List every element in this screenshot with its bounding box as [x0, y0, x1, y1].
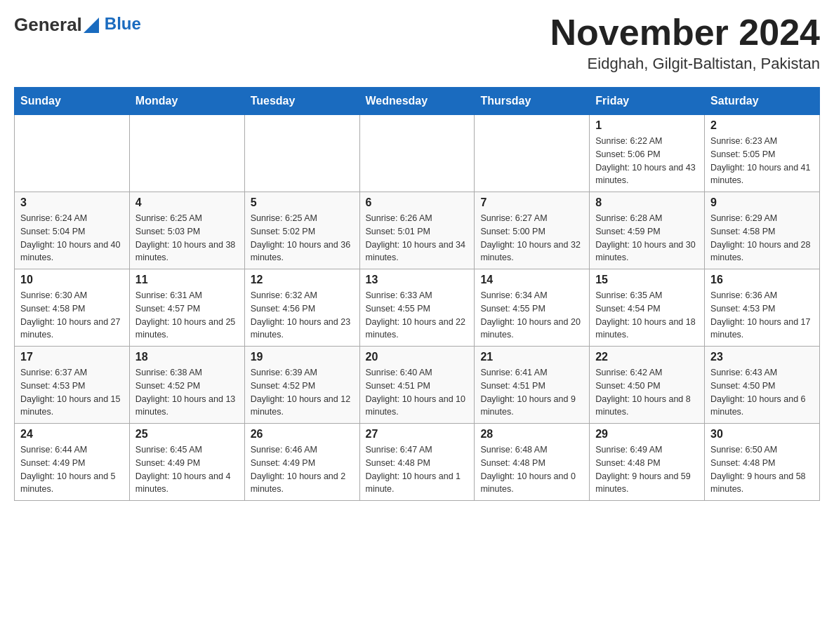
- day-info: Sunrise: 6:39 AM Sunset: 4:52 PM Dayligh…: [251, 366, 354, 419]
- location-subtitle: Eidghah, Gilgit-Baltistan, Pakistan: [550, 55, 820, 73]
- day-info: Sunrise: 6:47 AM Sunset: 4:48 PM Dayligh…: [366, 443, 469, 496]
- day-info: Sunrise: 6:40 AM Sunset: 4:51 PM Dayligh…: [366, 366, 469, 419]
- day-info: Sunrise: 6:23 AM Sunset: 5:05 PM Dayligh…: [710, 135, 814, 187]
- calendar-cell: 7Sunrise: 6:27 AM Sunset: 5:00 PM Daylig…: [475, 192, 590, 269]
- month-title: November 2024: [550, 14, 820, 51]
- calendar-cell: [475, 115, 590, 192]
- header-tuesday: Tuesday: [244, 88, 359, 115]
- day-number: 12: [251, 274, 354, 286]
- day-info: Sunrise: 6:41 AM Sunset: 4:51 PM Dayligh…: [480, 366, 583, 419]
- logo-triangle-icon: [84, 18, 99, 33]
- day-number: 19: [251, 351, 354, 363]
- day-number: 20: [366, 351, 469, 363]
- calendar-table: Sunday Monday Tuesday Wednesday Thursday…: [14, 87, 820, 501]
- day-number: 26: [251, 428, 354, 441]
- day-info: Sunrise: 6:22 AM Sunset: 5:06 PM Dayligh…: [595, 135, 699, 187]
- header-friday: Friday: [590, 88, 705, 115]
- day-info: Sunrise: 6:27 AM Sunset: 5:00 PM Dayligh…: [480, 212, 583, 264]
- calendar-cell: 28Sunrise: 6:48 AM Sunset: 4:48 PM Dayli…: [475, 424, 590, 501]
- header-thursday: Thursday: [475, 88, 590, 115]
- day-info: Sunrise: 6:26 AM Sunset: 5:01 PM Dayligh…: [366, 212, 469, 264]
- calendar-cell: 14Sunrise: 6:34 AM Sunset: 4:55 PM Dayli…: [475, 269, 590, 347]
- calendar-cell: 21Sunrise: 6:41 AM Sunset: 4:51 PM Dayli…: [475, 347, 590, 424]
- day-info: Sunrise: 6:31 AM Sunset: 4:57 PM Dayligh…: [135, 289, 239, 342]
- day-number: 6: [366, 196, 469, 209]
- day-number: 29: [595, 428, 699, 441]
- day-info: Sunrise: 6:28 AM Sunset: 4:59 PM Dayligh…: [595, 212, 699, 264]
- day-info: Sunrise: 6:50 AM Sunset: 4:48 PM Dayligh…: [710, 443, 814, 496]
- header-monday: Monday: [129, 88, 244, 115]
- day-number: 10: [20, 274, 124, 286]
- title-block: November 2024 Eidghah, Gilgit-Baltistan,…: [550, 14, 820, 73]
- day-info: Sunrise: 6:24 AM Sunset: 5:04 PM Dayligh…: [20, 212, 124, 264]
- day-info: Sunrise: 6:44 AM Sunset: 4:49 PM Dayligh…: [20, 443, 124, 496]
- calendar-cell: 23Sunrise: 6:43 AM Sunset: 4:50 PM Dayli…: [705, 347, 820, 424]
- day-number: 9: [710, 196, 814, 209]
- calendar-cell: 29Sunrise: 6:49 AM Sunset: 4:48 PM Dayli…: [590, 424, 705, 501]
- calendar-cell: 27Sunrise: 6:47 AM Sunset: 4:48 PM Dayli…: [359, 424, 475, 501]
- day-number: 23: [710, 351, 814, 363]
- page-header: General Blue November 2024 Eidghah, Gilg…: [14, 14, 820, 73]
- calendar-cell: 11Sunrise: 6:31 AM Sunset: 4:57 PM Dayli…: [129, 269, 244, 347]
- header-wednesday: Wednesday: [359, 88, 475, 115]
- day-number: 1: [595, 119, 699, 132]
- day-info: Sunrise: 6:29 AM Sunset: 4:58 PM Dayligh…: [710, 212, 814, 264]
- calendar-cell: 24Sunrise: 6:44 AM Sunset: 4:49 PM Dayli…: [15, 424, 130, 501]
- day-info: Sunrise: 6:49 AM Sunset: 4:48 PM Dayligh…: [595, 443, 699, 496]
- day-number: 3: [20, 196, 124, 209]
- day-number: 24: [20, 428, 124, 441]
- day-number: 16: [710, 274, 814, 286]
- day-number: 17: [20, 351, 124, 363]
- day-number: 11: [135, 274, 239, 286]
- calendar-cell: [15, 115, 130, 192]
- day-info: Sunrise: 6:25 AM Sunset: 5:02 PM Dayligh…: [251, 212, 354, 264]
- calendar-cell: 26Sunrise: 6:46 AM Sunset: 4:49 PM Dayli…: [244, 424, 359, 501]
- day-number: 4: [135, 196, 239, 209]
- day-info: Sunrise: 6:30 AM Sunset: 4:58 PM Dayligh…: [20, 289, 124, 342]
- day-number: 28: [480, 428, 583, 441]
- calendar-cell: 1Sunrise: 6:22 AM Sunset: 5:06 PM Daylig…: [590, 115, 705, 192]
- week-row-1: 1Sunrise: 6:22 AM Sunset: 5:06 PM Daylig…: [15, 115, 820, 192]
- calendar-cell: 16Sunrise: 6:36 AM Sunset: 4:53 PM Dayli…: [705, 269, 820, 347]
- calendar-cell: 15Sunrise: 6:35 AM Sunset: 4:54 PM Dayli…: [590, 269, 705, 347]
- calendar-cell: 18Sunrise: 6:38 AM Sunset: 4:52 PM Dayli…: [129, 347, 244, 424]
- day-info: Sunrise: 6:25 AM Sunset: 5:03 PM Dayligh…: [135, 212, 239, 264]
- week-row-4: 17Sunrise: 6:37 AM Sunset: 4:53 PM Dayli…: [15, 347, 820, 424]
- logo-blue-text: Blue: [105, 14, 141, 34]
- day-info: Sunrise: 6:36 AM Sunset: 4:53 PM Dayligh…: [710, 289, 814, 342]
- calendar-cell: 3Sunrise: 6:24 AM Sunset: 5:04 PM Daylig…: [15, 192, 130, 269]
- day-info: Sunrise: 6:38 AM Sunset: 4:52 PM Dayligh…: [135, 366, 239, 419]
- calendar-cell: 8Sunrise: 6:28 AM Sunset: 4:59 PM Daylig…: [590, 192, 705, 269]
- header-saturday: Saturday: [705, 88, 820, 115]
- day-number: 15: [595, 274, 699, 286]
- svg-marker-0: [84, 18, 99, 33]
- calendar-cell: 30Sunrise: 6:50 AM Sunset: 4:48 PM Dayli…: [705, 424, 820, 501]
- day-number: 18: [135, 351, 239, 363]
- calendar-cell: [244, 115, 359, 192]
- calendar-cell: [129, 115, 244, 192]
- calendar-cell: 10Sunrise: 6:30 AM Sunset: 4:58 PM Dayli…: [15, 269, 130, 347]
- day-info: Sunrise: 6:32 AM Sunset: 4:56 PM Dayligh…: [251, 289, 354, 342]
- day-info: Sunrise: 6:43 AM Sunset: 4:50 PM Dayligh…: [710, 366, 814, 419]
- calendar-cell: 19Sunrise: 6:39 AM Sunset: 4:52 PM Dayli…: [244, 347, 359, 424]
- calendar-cell: 6Sunrise: 6:26 AM Sunset: 5:01 PM Daylig…: [359, 192, 475, 269]
- day-number: 14: [480, 274, 583, 286]
- day-info: Sunrise: 6:33 AM Sunset: 4:55 PM Dayligh…: [366, 289, 469, 342]
- day-number: 21: [480, 351, 583, 363]
- day-info: Sunrise: 6:45 AM Sunset: 4:49 PM Dayligh…: [135, 443, 239, 496]
- weekday-header-row: Sunday Monday Tuesday Wednesday Thursday…: [15, 88, 820, 115]
- day-info: Sunrise: 6:37 AM Sunset: 4:53 PM Dayligh…: [20, 366, 124, 419]
- calendar-cell: [359, 115, 475, 192]
- day-info: Sunrise: 6:48 AM Sunset: 4:48 PM Dayligh…: [480, 443, 583, 496]
- calendar-cell: 25Sunrise: 6:45 AM Sunset: 4:49 PM Dayli…: [129, 424, 244, 501]
- calendar-cell: 2Sunrise: 6:23 AM Sunset: 5:05 PM Daylig…: [705, 115, 820, 192]
- calendar-cell: 12Sunrise: 6:32 AM Sunset: 4:56 PM Dayli…: [244, 269, 359, 347]
- day-number: 30: [710, 428, 814, 441]
- calendar-cell: 20Sunrise: 6:40 AM Sunset: 4:51 PM Dayli…: [359, 347, 475, 424]
- calendar-cell: 17Sunrise: 6:37 AM Sunset: 4:53 PM Dayli…: [15, 347, 130, 424]
- day-info: Sunrise: 6:35 AM Sunset: 4:54 PM Dayligh…: [595, 289, 699, 342]
- day-info: Sunrise: 6:46 AM Sunset: 4:49 PM Dayligh…: [251, 443, 354, 496]
- calendar-cell: 4Sunrise: 6:25 AM Sunset: 5:03 PM Daylig…: [129, 192, 244, 269]
- day-number: 7: [480, 196, 583, 209]
- header-sunday: Sunday: [15, 88, 130, 115]
